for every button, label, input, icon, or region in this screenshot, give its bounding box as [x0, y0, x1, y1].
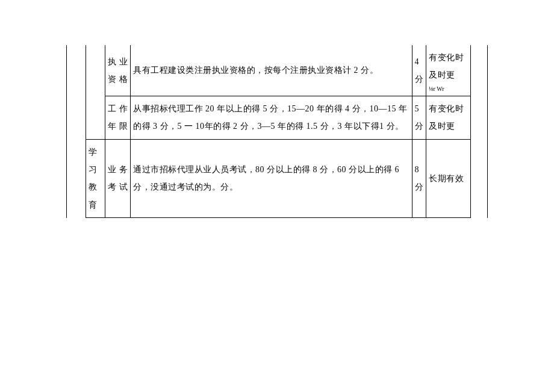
cell-score: 5分 [412, 96, 426, 139]
scoring-table: 执业资格 具有工程建设类注册执业资格的，按每个注册执业资格计 2 分。 4分 有… [66, 45, 488, 218]
cell-note-suffix: ⅛r Wr [429, 86, 468, 92]
cell-note: 长期有效 [426, 139, 471, 218]
cell-item-name: 执业资格 [105, 45, 131, 96]
cell-category-mid: 学习教育 [86, 139, 105, 218]
cell-score: 8分 [412, 139, 426, 218]
cell-note: 有变化时及时更 [426, 96, 471, 139]
cell-item-name: 工 作年限 [105, 96, 131, 139]
table-row: 学习教育 业 务考试 通过市招标代理从业人员考试，80 分以上的得 8 分，60… [67, 139, 488, 218]
cell-description: 具有工程建设类注册执业资格的，按每个注册执业资格计 2 分。 [131, 45, 412, 96]
cell-item-name: 业 务考试 [105, 139, 131, 218]
table-row: 执业资格 具有工程建设类注册执业资格的，按每个注册执业资格计 2 分。 4分 有… [67, 45, 488, 96]
cell-note: 有变化时及时更 ⅛r Wr [426, 45, 471, 96]
cell-description: 从事招标代理工作 20 年以上的得 5 分，15—20 年的得 4 分，10—1… [131, 96, 412, 139]
cell-note-text: 有变化时及时更 [429, 53, 464, 79]
cell-description: 通过市招标代理从业人员考试，80 分以上的得 8 分，60 分以上的得 6 分，… [131, 139, 412, 218]
cell-category-major [67, 45, 86, 218]
cell-trailing [471, 45, 488, 218]
cell-score: 4分 [412, 45, 426, 96]
cell-category-mid [86, 45, 105, 139]
table-row: 工 作年限 从事招标代理工作 20 年以上的得 5 分，15—20 年的得 4 … [67, 96, 488, 139]
